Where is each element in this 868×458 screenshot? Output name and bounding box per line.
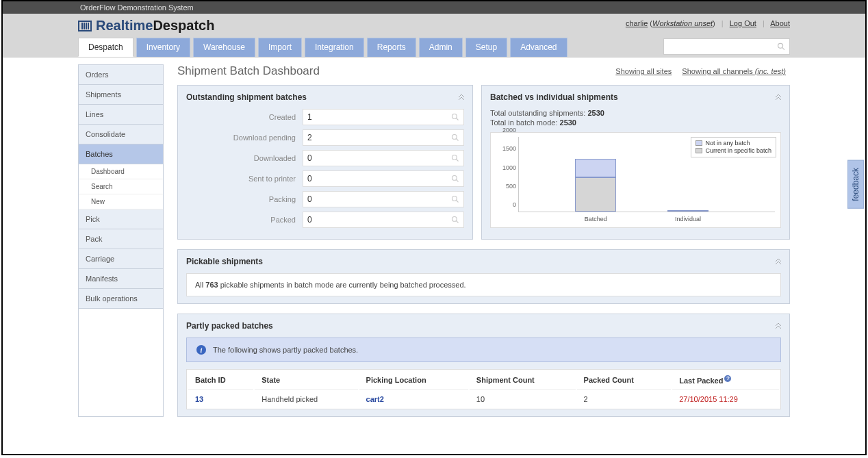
sidebar-item-pack[interactable]: Pack bbox=[79, 229, 163, 249]
sidebar-item-consolidate[interactable]: Consolidate bbox=[79, 125, 163, 144]
sidebar-sub-search[interactable]: Search bbox=[79, 179, 163, 194]
pickable-message: All 763 pickable shipments in batch mode… bbox=[186, 273, 781, 296]
stat-value[interactable]: 0 bbox=[303, 150, 464, 166]
search-input[interactable] bbox=[664, 40, 777, 53]
stat-row: Downloaded0 bbox=[186, 150, 464, 166]
svg-point-4 bbox=[452, 135, 457, 140]
sidebar-item-lines[interactable]: Lines bbox=[79, 105, 163, 125]
packed-count-cell: 2 bbox=[577, 391, 672, 407]
sidebar-item-carriage[interactable]: Carriage bbox=[79, 249, 163, 269]
workstation-link[interactable]: Workstation unset bbox=[652, 19, 713, 27]
chart: Not in any batch Current in specific bat… bbox=[490, 132, 781, 228]
pickable-panel: Pickable shipments All 763 pickable ship… bbox=[177, 249, 790, 304]
stat-value[interactable]: 0 bbox=[303, 170, 464, 187]
y-tick: 1000 bbox=[502, 164, 519, 171]
bar-group: Individual bbox=[667, 210, 709, 212]
col-header: State bbox=[255, 371, 357, 390]
collapse-icon[interactable] bbox=[774, 321, 782, 329]
logo-text-despatch: Despatch bbox=[153, 18, 214, 33]
sidebar-item-bulk-operations[interactable]: Bulk operations bbox=[79, 289, 163, 309]
stat-row: Sent to printer0 bbox=[186, 170, 464, 187]
svg-point-2 bbox=[452, 114, 457, 119]
logo-icon bbox=[78, 21, 92, 31]
svg-line-13 bbox=[457, 221, 459, 223]
batched-vs-panel: Batched vs individual shipments Total ou… bbox=[481, 85, 790, 240]
tab-despatch[interactable]: Despatch bbox=[78, 38, 133, 57]
sidebar-sub-new[interactable]: New bbox=[79, 194, 163, 209]
svg-point-12 bbox=[452, 217, 457, 222]
page-title: Shipment Batch Dashboard bbox=[177, 64, 320, 78]
col-header: Shipment Count bbox=[470, 371, 576, 390]
stat-label: Packing bbox=[186, 195, 303, 203]
stat-value[interactable]: 1 bbox=[303, 109, 464, 125]
collapse-icon[interactable] bbox=[457, 92, 465, 101]
partly-panel: Partly packed batches i The following sh… bbox=[177, 314, 790, 417]
svg-point-0 bbox=[778, 43, 782, 48]
stat-value[interactable]: 0 bbox=[303, 212, 464, 228]
stat-label: Downloaded bbox=[186, 154, 303, 162]
collapse-icon[interactable] bbox=[774, 257, 782, 265]
logout-link[interactable]: Log Out bbox=[730, 19, 756, 27]
tab-reports[interactable]: Reports bbox=[367, 38, 416, 57]
magnify-icon[interactable] bbox=[451, 113, 459, 121]
system-banner: OrderFlow Demonstration System bbox=[80, 3, 792, 12]
batch-id-link[interactable]: 13 bbox=[195, 395, 203, 403]
svg-line-5 bbox=[457, 139, 459, 141]
sidebar-item-pick[interactable]: Pick bbox=[79, 209, 163, 229]
collapse-icon[interactable] bbox=[774, 92, 782, 101]
search-box[interactable] bbox=[663, 38, 790, 55]
sidebar-item-manifests[interactable]: Manifests bbox=[79, 269, 163, 289]
tab-admin[interactable]: Admin bbox=[419, 38, 463, 57]
tab-inventory[interactable]: Inventory bbox=[136, 38, 190, 57]
magnify-icon[interactable] bbox=[451, 175, 459, 183]
sidebar-sub-dashboard[interactable]: Dashboard bbox=[79, 164, 163, 179]
magnify-icon[interactable] bbox=[451, 133, 459, 142]
stat-value[interactable]: 2 bbox=[303, 129, 464, 146]
stat-label: Download pending bbox=[186, 133, 303, 142]
stat-label: Created bbox=[186, 113, 303, 121]
pickable-title: Pickable shipments bbox=[186, 257, 781, 266]
channels-link[interactable]: Showing all channels (inc. test) bbox=[682, 67, 786, 75]
col-header: Last Packed? bbox=[672, 371, 779, 390]
location-link[interactable]: cart2 bbox=[366, 395, 384, 403]
svg-line-7 bbox=[457, 160, 459, 162]
sidebar-item-orders[interactable]: Orders bbox=[79, 65, 163, 85]
state-cell: Handheld picked bbox=[255, 391, 357, 407]
tab-advanced[interactable]: Advanced bbox=[510, 38, 567, 57]
bar-group: Batched bbox=[575, 159, 616, 212]
magnify-icon[interactable] bbox=[451, 195, 459, 203]
sidebar-item-shipments[interactable]: Shipments bbox=[79, 85, 163, 105]
y-tick: 500 bbox=[506, 183, 519, 190]
x-label: Batched bbox=[575, 216, 616, 222]
sidebar-item-batches[interactable]: Batches bbox=[79, 144, 163, 164]
tab-setup[interactable]: Setup bbox=[465, 38, 507, 57]
sites-link[interactable]: Showing all sites bbox=[615, 67, 672, 75]
feedback-tab[interactable]: feedback bbox=[847, 160, 864, 209]
total-outstanding: Total outstanding shipments: 2530 bbox=[490, 109, 781, 117]
tab-warehouse[interactable]: Warehouse bbox=[193, 38, 255, 57]
table-row: 13 Handheld picked cart2 10 2 27/10/2015… bbox=[188, 391, 779, 407]
partly-title: Partly packed batches bbox=[186, 321, 781, 331]
stat-label: Packed bbox=[186, 216, 303, 224]
stat-label: Sent to printer bbox=[186, 175, 303, 183]
tab-integration[interactable]: Integration bbox=[305, 38, 364, 57]
svg-point-10 bbox=[452, 196, 457, 201]
search-icon[interactable] bbox=[777, 42, 785, 51]
col-header: Packed Count bbox=[577, 371, 672, 390]
header-links: charlie (Workstation unset) | Log Out | … bbox=[626, 19, 790, 27]
svg-line-3 bbox=[457, 118, 459, 120]
magnify-icon[interactable] bbox=[451, 154, 459, 162]
stat-row: Download pending2 bbox=[186, 129, 464, 146]
svg-line-1 bbox=[782, 48, 784, 50]
stat-value[interactable]: 0 bbox=[303, 191, 464, 207]
svg-point-8 bbox=[452, 176, 457, 181]
svg-line-9 bbox=[457, 180, 459, 182]
tab-import[interactable]: Import bbox=[258, 38, 302, 57]
about-link[interactable]: About bbox=[770, 19, 790, 27]
magnify-icon[interactable] bbox=[451, 216, 459, 224]
last-packed-cell: 27/10/2015 11:29 bbox=[679, 395, 738, 403]
user-link[interactable]: charlie bbox=[626, 19, 648, 27]
help-icon[interactable]: ? bbox=[724, 375, 731, 382]
stat-row: Packed0 bbox=[186, 212, 464, 228]
stat-row: Packing0 bbox=[186, 191, 464, 207]
